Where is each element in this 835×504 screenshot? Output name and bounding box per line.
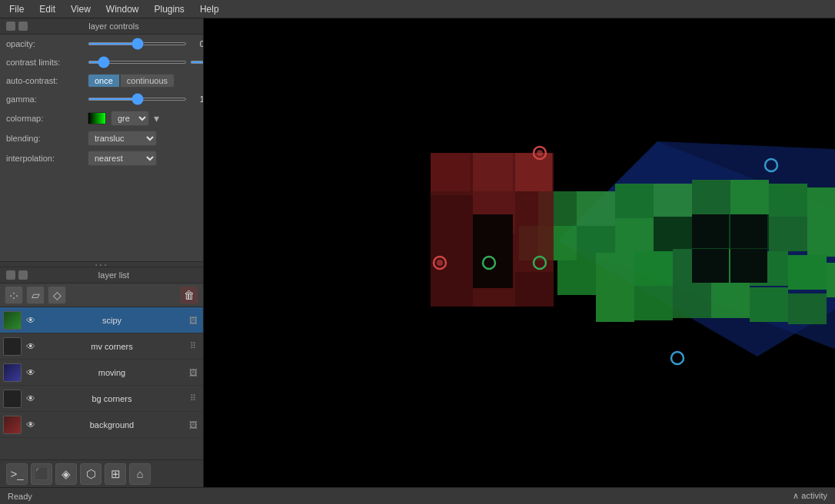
svg-rect-38 [788,293,827,324]
layers-btn[interactable]: ⬛ [31,463,52,485]
contrast-min-slider[interactable] [88,61,187,64]
menu-view[interactable]: View [68,2,94,16]
menu-edit[interactable]: Edit [36,2,58,16]
bottom-toolbar: >_ ⬛ ◈ ⬡ ⊞ ⌂ [0,459,203,487]
svg-rect-47 [515,195,554,234]
layer-mv-corners-thumb [3,337,22,356]
svg-rect-21 [807,222,835,257]
contrast-limits-row: contrast limits: [0,53,203,71]
layer-scipy[interactable]: 👁 scipy 🖼 [0,307,203,333]
layer-list-collapse-icon[interactable] [6,270,15,280]
blending-row: blending: transluc additive opaque [0,128,203,148]
svg-rect-30 [788,255,827,290]
canvas-visualization [204,18,835,487]
interpolation-select[interactable]: nearest linear cubic [88,151,157,166]
grid-btn[interactable]: ⊞ [105,463,126,485]
svg-rect-40 [730,214,767,248]
home-btn[interactable]: ⌂ [129,463,151,485]
menu-plugins[interactable]: Plugins [151,2,188,16]
transform-btn[interactable]: ⬡ [80,463,101,485]
layer-list-header: layer list [0,267,203,284]
layer-moving-thumb [3,363,22,382]
layer-bg-corners-visibility[interactable]: 👁 [24,392,38,406]
layer-background-thumb [3,416,22,434]
layer-list-settings-icon[interactable] [18,270,28,280]
layer-background-visibility[interactable]: 👁 [24,418,38,432]
svg-rect-26 [634,251,673,286]
svg-rect-59 [431,153,471,191]
svg-rect-7 [730,180,769,214]
layers-container: 👁 scipy 🖼 👁 mv corners ⠿ 👁 moving 🖼 [0,307,203,459]
collapse-icon[interactable] [6,22,15,31]
layer-mv-corners[interactable]: 👁 mv corners ⠿ [0,333,203,360]
resize-handle[interactable]: ··· [0,261,203,267]
auto-contrast-continuous-btn[interactable]: continuous [120,74,175,88]
layer-scipy-visibility[interactable]: 👁 [24,313,38,327]
svg-rect-55 [473,214,513,251]
activity-button[interactable]: ∧ activity [793,491,827,501]
gamma-slider[interactable] [88,98,187,101]
colormap-swatch [88,112,106,124]
svg-rect-9 [807,187,835,222]
svg-rect-57 [473,153,513,191]
ready-status: Ready [8,492,32,501]
new-points-layer-btn[interactable]: ·:· [5,286,23,304]
menu-window[interactable]: Window [103,2,142,16]
new-labels-layer-btn[interactable]: ◇ [48,286,66,304]
layer-scipy-type-icon: 🖼 [186,313,200,327]
opacity-slider-container: 0.5 [88,39,203,48]
menu-file[interactable]: File [6,2,27,16]
settings-icon[interactable] [18,22,28,31]
blending-select[interactable]: transluc additive opaque [88,131,157,146]
layer-scipy-thumb [3,311,22,330]
svg-rect-16 [615,218,654,253]
new-shape-layer-btn[interactable]: ▱ [26,286,45,304]
svg-rect-35 [673,284,711,318]
3d-btn[interactable]: ◈ [55,463,77,485]
colormap-row: colormap: gre grays green red ▾ [0,108,203,128]
svg-rect-50 [431,234,473,272]
layer-moving[interactable]: 👁 moving 🖼 [0,360,203,386]
delete-layer-btn[interactable]: 🗑 [180,286,198,304]
colormap-select[interactable]: gre grays green red [111,111,149,126]
layer-bg-corners-thumb [3,390,22,408]
layer-bg-corners[interactable]: 👁 bg corners ⠿ [0,386,203,412]
svg-rect-17 [654,217,692,251]
svg-rect-5 [654,184,692,218]
layer-mv-corners-visibility[interactable]: 👁 [24,340,38,353]
layer-controls-header: layer controls [0,18,203,35]
gamma-row: gamma: 1.0 [0,90,203,108]
svg-rect-48 [431,195,473,234]
opacity-slider[interactable] [88,42,187,45]
layer-toolbar: ·:· ▱ ◇ 🗑 [0,284,203,307]
opacity-label: opacity: [6,39,83,48]
contrast-max-slider[interactable] [190,61,203,64]
colormap-label: colormap: [6,114,83,123]
layer-bg-corners-name: bg corners [40,394,184,403]
main-area: layer controls opacity: 0.5 contrast lim… [0,18,835,487]
console-btn[interactable]: >_ [6,463,28,485]
svg-rect-36 [711,284,750,318]
svg-point-66 [671,352,684,364]
gamma-value: 1.0 [190,94,203,104]
blending-label: blending: [6,134,83,143]
layer-moving-visibility[interactable]: 👁 [24,366,38,380]
layer-mv-corners-name: mv corners [40,342,184,351]
svg-rect-52 [431,272,473,307]
layer-scipy-name: scipy [40,316,184,325]
layer-background[interactable]: 👁 background 🖼 [0,412,203,438]
svg-rect-54 [515,272,554,307]
auto-contrast-label: auto-contrast: [6,76,83,85]
layer-background-type-icon: 🖼 [186,418,200,432]
svg-rect-4 [615,184,654,218]
svg-rect-6 [692,180,730,214]
colormap-dropdown-icon[interactable]: ▾ [154,112,159,124]
canvas-area[interactable] [204,18,835,487]
svg-rect-25 [596,253,634,287]
statusbar: Ready ∧ activity [0,487,835,504]
auto-contrast-once-btn[interactable]: once [88,74,120,88]
svg-rect-34 [634,286,673,320]
gamma-slider-container: 1.0 [88,94,203,104]
menu-help[interactable]: Help [197,2,222,16]
layer-list-title: layer list [31,270,197,280]
